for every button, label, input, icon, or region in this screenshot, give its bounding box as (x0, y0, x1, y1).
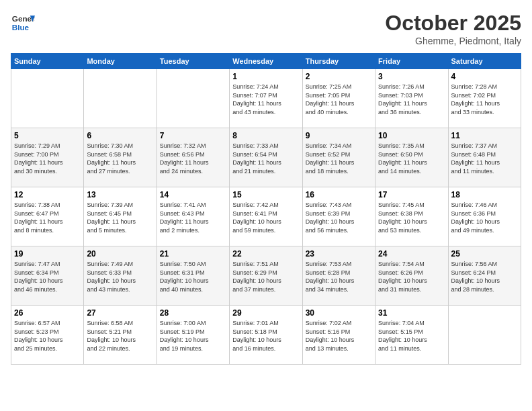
day-info: Sunrise: 7:47 AM Sunset: 6:34 PM Dayligh… (14, 260, 81, 293)
calendar-cell: 21Sunrise: 7:50 AM Sunset: 6:31 PM Dayli… (157, 246, 229, 306)
day-number: 14 (160, 190, 226, 199)
calendar-cell (448, 306, 521, 365)
day-number: 9 (306, 131, 372, 140)
calendar-week-row: 26Sunrise: 6:57 AM Sunset: 5:23 PM Dayli… (11, 306, 521, 365)
day-info: Sunrise: 7:25 AM Sunset: 7:05 PM Dayligh… (306, 83, 372, 116)
calendar-cell: 31Sunrise: 7:04 AM Sunset: 5:15 PM Dayli… (375, 306, 448, 365)
day-info: Sunrise: 7:54 AM Sunset: 6:26 PM Dayligh… (378, 260, 445, 293)
day-number: 19 (14, 249, 81, 259)
day-number: 1 (232, 72, 299, 81)
day-header-tuesday: Tuesday (157, 54, 229, 69)
day-number: 5 (14, 131, 81, 140)
day-header-monday: Monday (84, 54, 157, 69)
day-info: Sunrise: 7:39 AM Sunset: 6:45 PM Dayligh… (87, 201, 153, 234)
calendar-cell: 24Sunrise: 7:54 AM Sunset: 6:26 PM Dayli… (375, 246, 448, 306)
day-number: 25 (451, 249, 518, 259)
day-number: 18 (451, 190, 518, 199)
day-number: 8 (232, 131, 299, 140)
day-number: 11 (451, 131, 518, 140)
calendar-cell (11, 69, 84, 128)
day-number: 7 (160, 131, 226, 140)
day-number: 6 (87, 131, 153, 140)
day-info: Sunrise: 7:41 AM Sunset: 6:43 PM Dayligh… (160, 201, 226, 234)
calendar-cell: 18Sunrise: 7:46 AM Sunset: 6:36 PM Dayli… (448, 187, 521, 246)
day-info: Sunrise: 7:50 AM Sunset: 6:31 PM Dayligh… (160, 260, 226, 293)
day-info: Sunrise: 7:37 AM Sunset: 6:48 PM Dayligh… (451, 142, 518, 175)
calendar-cell: 14Sunrise: 7:41 AM Sunset: 6:43 PM Dayli… (157, 187, 229, 246)
day-info: Sunrise: 7:56 AM Sunset: 6:24 PM Dayligh… (451, 260, 518, 293)
day-number: 30 (306, 308, 372, 318)
calendar-cell: 27Sunrise: 6:58 AM Sunset: 5:21 PM Dayli… (84, 306, 157, 365)
calendar-cell: 11Sunrise: 7:37 AM Sunset: 6:48 PM Dayli… (448, 128, 521, 187)
day-info: Sunrise: 7:49 AM Sunset: 6:33 PM Dayligh… (87, 260, 153, 293)
calendar-cell: 4Sunrise: 7:28 AM Sunset: 7:02 PM Daylig… (448, 69, 521, 128)
calendar-cell: 15Sunrise: 7:42 AM Sunset: 6:41 PM Dayli… (230, 187, 302, 246)
calendar-cell (84, 69, 157, 128)
day-info: Sunrise: 6:58 AM Sunset: 5:21 PM Dayligh… (87, 319, 153, 353)
day-number: 29 (232, 308, 299, 318)
day-number: 31 (378, 308, 445, 318)
calendar-week-row: 1Sunrise: 7:24 AM Sunset: 7:07 PM Daylig… (11, 69, 521, 128)
day-header-sunday: Sunday (11, 54, 84, 69)
day-number: 20 (87, 249, 153, 259)
day-info: Sunrise: 7:38 AM Sunset: 6:47 PM Dayligh… (14, 201, 81, 234)
day-header-wednesday: Wednesday (230, 54, 302, 69)
day-info: Sunrise: 7:30 AM Sunset: 6:58 PM Dayligh… (87, 142, 153, 175)
calendar-cell: 16Sunrise: 7:43 AM Sunset: 6:39 PM Dayli… (302, 187, 375, 246)
day-number: 21 (160, 249, 226, 259)
logo-icon: General Blue (11, 11, 35, 35)
calendar-cell: 1Sunrise: 7:24 AM Sunset: 7:07 PM Daylig… (230, 69, 302, 128)
day-number: 4 (451, 72, 518, 81)
day-info: Sunrise: 7:32 AM Sunset: 6:56 PM Dayligh… (160, 142, 226, 175)
day-number: 17 (378, 190, 445, 199)
month-title: October 2025 (385, 11, 521, 36)
calendar-cell: 22Sunrise: 7:51 AM Sunset: 6:29 PM Dayli… (230, 246, 302, 306)
calendar-cell: 23Sunrise: 7:53 AM Sunset: 6:28 PM Dayli… (302, 246, 375, 306)
calendar-cell: 29Sunrise: 7:01 AM Sunset: 5:18 PM Dayli… (230, 306, 302, 365)
day-info: Sunrise: 7:43 AM Sunset: 6:39 PM Dayligh… (306, 201, 372, 234)
calendar-cell: 9Sunrise: 7:34 AM Sunset: 6:52 PM Daylig… (302, 128, 375, 187)
day-info: Sunrise: 7:34 AM Sunset: 6:52 PM Dayligh… (306, 142, 372, 175)
day-number: 3 (378, 72, 445, 81)
day-number: 12 (14, 190, 81, 199)
day-info: Sunrise: 7:01 AM Sunset: 5:18 PM Dayligh… (232, 319, 299, 353)
day-number: 15 (232, 190, 299, 199)
calendar-week-row: 5Sunrise: 7:29 AM Sunset: 7:00 PM Daylig… (11, 128, 521, 187)
day-number: 10 (378, 131, 445, 140)
day-number: 2 (306, 72, 372, 81)
day-info: Sunrise: 6:57 AM Sunset: 5:23 PM Dayligh… (14, 319, 81, 353)
calendar-cell: 30Sunrise: 7:02 AM Sunset: 5:16 PM Dayli… (302, 306, 375, 365)
calendar-cell: 8Sunrise: 7:33 AM Sunset: 6:54 PM Daylig… (230, 128, 302, 187)
calendar-cell: 17Sunrise: 7:45 AM Sunset: 6:38 PM Dayli… (375, 187, 448, 246)
logo: General Blue (11, 11, 35, 35)
calendar-cell: 2Sunrise: 7:25 AM Sunset: 7:05 PM Daylig… (302, 69, 375, 128)
day-info: Sunrise: 7:02 AM Sunset: 5:16 PM Dayligh… (306, 319, 372, 353)
day-number: 13 (87, 190, 153, 199)
day-header-thursday: Thursday (302, 54, 375, 69)
svg-text:Blue: Blue (12, 23, 30, 32)
day-number: 22 (232, 249, 299, 259)
day-info: Sunrise: 7:28 AM Sunset: 7:02 PM Dayligh… (451, 83, 518, 116)
calendar-week-row: 19Sunrise: 7:47 AM Sunset: 6:34 PM Dayli… (11, 246, 521, 306)
day-number: 24 (378, 249, 445, 259)
day-info: Sunrise: 7:33 AM Sunset: 6:54 PM Dayligh… (232, 142, 299, 175)
day-info: Sunrise: 7:00 AM Sunset: 5:19 PM Dayligh… (160, 319, 226, 353)
day-info: Sunrise: 7:29 AM Sunset: 7:00 PM Dayligh… (14, 142, 81, 175)
calendar-cell (157, 69, 229, 128)
day-info: Sunrise: 7:26 AM Sunset: 7:03 PM Dayligh… (378, 83, 445, 116)
calendar-table: SundayMondayTuesdayWednesdayThursdayFrid… (11, 53, 521, 365)
calendar-cell: 26Sunrise: 6:57 AM Sunset: 5:23 PM Dayli… (11, 306, 84, 365)
calendar-cell: 3Sunrise: 7:26 AM Sunset: 7:03 PM Daylig… (375, 69, 448, 128)
day-header-saturday: Saturday (448, 54, 521, 69)
day-info: Sunrise: 7:35 AM Sunset: 6:50 PM Dayligh… (378, 142, 445, 175)
location-subtitle: Ghemme, Piedmont, Italy (385, 36, 521, 46)
day-info: Sunrise: 7:04 AM Sunset: 5:15 PM Dayligh… (378, 319, 445, 353)
calendar-cell: 25Sunrise: 7:56 AM Sunset: 6:24 PM Dayli… (448, 246, 521, 306)
day-info: Sunrise: 7:42 AM Sunset: 6:41 PM Dayligh… (232, 201, 299, 234)
day-number: 28 (160, 308, 226, 318)
day-info: Sunrise: 7:45 AM Sunset: 6:38 PM Dayligh… (378, 201, 445, 234)
day-number: 23 (306, 249, 372, 259)
day-info: Sunrise: 7:53 AM Sunset: 6:28 PM Dayligh… (306, 260, 372, 293)
calendar-cell: 13Sunrise: 7:39 AM Sunset: 6:45 PM Dayli… (84, 187, 157, 246)
calendar-cell: 28Sunrise: 7:00 AM Sunset: 5:19 PM Dayli… (157, 306, 229, 365)
